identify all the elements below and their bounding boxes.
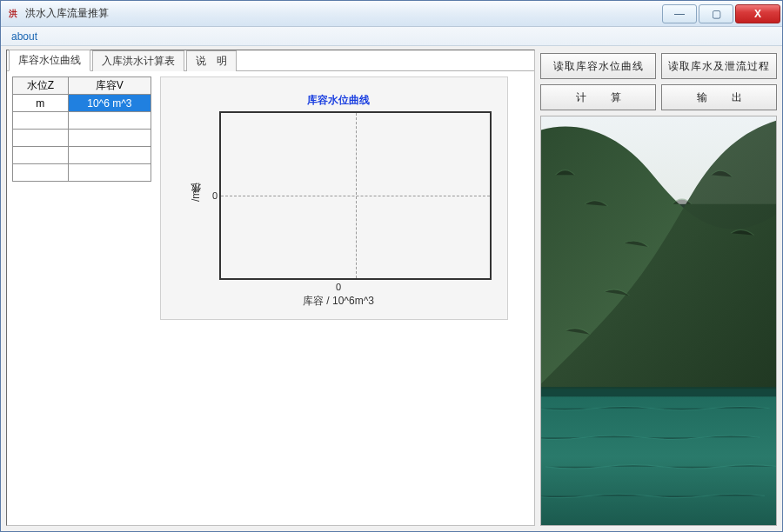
chart-xtick: 0 [185,282,492,292]
window-title: 洪水入库流量推算 [25,6,662,21]
grid-cell[interactable] [68,147,151,164]
grid-cell[interactable] [68,112,151,130]
tab-strip: 库容水位曲线 入库洪水计算表 说 明 [7,50,534,71]
tab-help[interactable]: 说 明 [186,50,237,71]
chart-plot-area[interactable] [219,111,492,280]
grid-cell[interactable] [13,147,69,164]
app-window: 洪 洪水入库流量推算 — ▢ X about 库容水位曲线 入库洪水计算表 说 … [0,0,783,532]
svg-rect-2 [541,387,776,396]
grid-header-v[interactable]: 库容V [68,77,151,95]
grid-cell[interactable] [68,164,151,182]
tab-curve[interactable]: 库容水位曲线 [9,50,90,71]
maximize-button[interactable]: ▢ [699,4,733,23]
chart-ylabel: 水位/m [185,111,207,280]
chart-xlabel: 库容 / 10^6m^3 [185,294,492,309]
app-icon: 洪 [6,7,20,21]
button-row-1: 读取库容水位曲线 读取库水及泄流过程 [540,53,777,79]
close-button[interactable]: X [735,4,780,23]
menu-bar: about [1,27,782,46]
read-flow-button[interactable]: 读取库水及泄流过程 [661,53,777,79]
client-area: 库容水位曲线 入库洪水计算表 说 明 水位Z 库容V m 10^6 m^3 [1,46,782,531]
grid-unit-v[interactable]: 10^6 m^3 [68,95,151,112]
read-curve-button[interactable]: 读取库容水位曲线 [540,53,656,79]
photo-svg [541,116,776,525]
grid-unit-z[interactable]: m [13,95,69,112]
chart-panel: 库容水位曲线 水位/m 0 0 库容 / 10^6m^3 [160,76,508,320]
left-panel: 库容水位曲线 入库洪水计算表 说 明 水位Z 库容V m 10^6 m^3 [6,50,535,526]
tab-table[interactable]: 入库洪水计算表 [92,50,184,71]
minimize-button[interactable]: — [662,4,697,23]
title-bar[interactable]: 洪 洪水入库流量推算 — ▢ X [1,1,782,27]
window-controls: — ▢ X [662,4,780,23]
plot-row: 水位/m 0 [185,111,492,280]
chart-title: 库容水位曲线 [185,93,492,108]
data-grid-wrap: 水位Z 库容V m 10^6 m^3 [12,76,151,520]
grid-cell[interactable] [13,130,69,147]
data-grid[interactable]: 水位Z 库容V m 10^6 m^3 [12,76,151,182]
compute-button[interactable]: 计 算 [540,84,656,110]
tab-body-curve: 水位Z 库容V m 10^6 m^3 库容水位曲线 [7,71,534,525]
output-button[interactable]: 输 出 [661,84,777,110]
side-photo [540,116,777,526]
grid-cell[interactable] [13,112,69,130]
chart-grid-v [356,113,357,278]
grid-cell[interactable] [13,164,69,182]
grid-cell[interactable] [68,130,151,147]
grid-header-z[interactable]: 水位Z [13,77,69,95]
chart-ytick: 0 [207,111,219,280]
button-row-2: 计 算 输 出 [540,84,777,110]
right-panel: 读取库容水位曲线 读取库水及泄流过程 计 算 输 出 [540,50,777,526]
menu-about[interactable]: about [6,29,43,44]
